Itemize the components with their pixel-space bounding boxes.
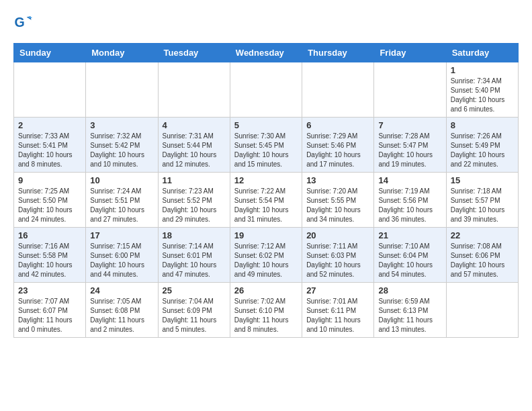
day-number: 26 [234, 285, 298, 295]
calendar-cell: 21Sunrise: 7:10 AM Sunset: 6:04 PM Dayli… [374, 228, 446, 283]
day-number: 4 [163, 120, 226, 130]
day-info: Sunrise: 7:11 AM Sunset: 6:03 PM Dayligh… [306, 242, 369, 279]
calendar-cell [230, 62, 302, 118]
calendar-cell: 16Sunrise: 7:16 AM Sunset: 5:58 PM Dayli… [14, 228, 86, 283]
day-info: Sunrise: 7:01 AM Sunset: 6:11 PM Dayligh… [306, 297, 369, 334]
day-number: 28 [378, 285, 441, 295]
calendar-cell: 19Sunrise: 7:12 AM Sunset: 6:02 PM Dayli… [230, 228, 302, 283]
day-info: Sunrise: 7:32 AM Sunset: 5:42 PM Dayligh… [90, 132, 153, 169]
calendar-cell: 18Sunrise: 7:14 AM Sunset: 6:01 PM Dayli… [158, 228, 230, 283]
calendar-week-5: 23Sunrise: 7:07 AM Sunset: 6:07 PM Dayli… [14, 283, 519, 338]
day-number: 16 [18, 230, 81, 240]
day-info: Sunrise: 7:14 AM Sunset: 6:01 PM Dayligh… [163, 242, 226, 279]
day-number: 15 [451, 175, 514, 185]
calendar-cell: 2Sunrise: 7:33 AM Sunset: 5:41 PM Daylig… [14, 118, 86, 173]
day-number: 9 [18, 175, 81, 185]
day-number: 20 [306, 230, 369, 240]
calendar-cell: 5Sunrise: 7:30 AM Sunset: 5:45 PM Daylig… [230, 118, 302, 173]
day-number: 12 [234, 175, 298, 185]
calendar-cell: 14Sunrise: 7:19 AM Sunset: 5:56 PM Dayli… [374, 173, 446, 228]
day-info: Sunrise: 7:08 AM Sunset: 6:06 PM Dayligh… [451, 242, 514, 279]
day-info: Sunrise: 7:31 AM Sunset: 5:44 PM Dayligh… [163, 132, 226, 169]
day-info: Sunrise: 7:33 AM Sunset: 5:41 PM Dayligh… [18, 132, 81, 169]
weekday-header-wednesday: Wednesday [230, 44, 302, 62]
day-number: 1 [451, 65, 514, 75]
day-number: 6 [306, 120, 369, 130]
calendar-cell: 28Sunrise: 6:59 AM Sunset: 6:13 PM Dayli… [374, 283, 446, 338]
day-number: 8 [451, 120, 514, 130]
day-info: Sunrise: 7:16 AM Sunset: 5:58 PM Dayligh… [18, 242, 81, 279]
day-number: 21 [378, 230, 441, 240]
calendar-cell [158, 62, 230, 118]
day-number: 2 [18, 120, 81, 130]
calendar-cell: 3Sunrise: 7:32 AM Sunset: 5:42 PM Daylig… [86, 118, 158, 173]
calendar-header-row: SundayMondayTuesdayWednesdayThursdayFrid… [14, 44, 519, 62]
day-info: Sunrise: 7:24 AM Sunset: 5:51 PM Dayligh… [90, 187, 153, 224]
day-number: 27 [306, 285, 369, 295]
day-info: Sunrise: 7:15 AM Sunset: 6:00 PM Dayligh… [90, 242, 153, 279]
calendar-cell: 7Sunrise: 7:28 AM Sunset: 5:47 PM Daylig… [374, 118, 446, 173]
calendar-cell: 9Sunrise: 7:25 AM Sunset: 5:50 PM Daylig… [14, 173, 86, 228]
calendar-cell: 26Sunrise: 7:02 AM Sunset: 6:10 PM Dayli… [230, 283, 302, 338]
calendar-cell: 22Sunrise: 7:08 AM Sunset: 6:06 PM Dayli… [446, 228, 518, 283]
calendar-cell: 13Sunrise: 7:20 AM Sunset: 5:55 PM Dayli… [302, 173, 374, 228]
weekday-header-thursday: Thursday [302, 44, 374, 62]
calendar-week-2: 2Sunrise: 7:33 AM Sunset: 5:41 PM Daylig… [14, 118, 519, 173]
day-info: Sunrise: 7:34 AM Sunset: 5:40 PM Dayligh… [451, 77, 514, 114]
calendar-cell: 27Sunrise: 7:01 AM Sunset: 6:11 PM Dayli… [302, 283, 374, 338]
day-info: Sunrise: 7:22 AM Sunset: 5:54 PM Dayligh… [234, 187, 298, 224]
calendar-week-3: 9Sunrise: 7:25 AM Sunset: 5:50 PM Daylig… [14, 173, 519, 228]
calendar-cell [14, 62, 86, 118]
day-info: Sunrise: 7:30 AM Sunset: 5:45 PM Dayligh… [234, 132, 298, 169]
calendar-table: SundayMondayTuesdayWednesdayThursdayFrid… [13, 43, 519, 338]
logo: G [13, 13, 35, 32]
weekday-header-sunday: Sunday [14, 44, 86, 62]
day-number: 5 [234, 120, 298, 130]
calendar-cell: 23Sunrise: 7:07 AM Sunset: 6:07 PM Dayli… [14, 283, 86, 338]
calendar-cell: 6Sunrise: 7:29 AM Sunset: 5:46 PM Daylig… [302, 118, 374, 173]
day-info: Sunrise: 7:04 AM Sunset: 6:09 PM Dayligh… [163, 297, 226, 334]
day-info: Sunrise: 7:28 AM Sunset: 5:47 PM Dayligh… [378, 132, 441, 169]
day-number: 7 [378, 120, 441, 130]
calendar-body: 1Sunrise: 7:34 AM Sunset: 5:40 PM Daylig… [14, 62, 519, 338]
day-info: Sunrise: 7:02 AM Sunset: 6:10 PM Dayligh… [234, 297, 298, 334]
day-number: 3 [90, 120, 153, 130]
day-number: 11 [163, 175, 226, 185]
calendar-cell: 12Sunrise: 7:22 AM Sunset: 5:54 PM Dayli… [230, 173, 302, 228]
weekday-header-friday: Friday [374, 44, 446, 62]
weekday-header-tuesday: Tuesday [158, 44, 230, 62]
day-number: 22 [451, 230, 514, 240]
day-number: 13 [306, 175, 369, 185]
calendar-cell: 8Sunrise: 7:26 AM Sunset: 5:49 PM Daylig… [446, 118, 518, 173]
day-info: Sunrise: 7:12 AM Sunset: 6:02 PM Dayligh… [234, 242, 298, 279]
calendar-cell: 15Sunrise: 7:18 AM Sunset: 5:57 PM Dayli… [446, 173, 518, 228]
calendar-cell: 25Sunrise: 7:04 AM Sunset: 6:09 PM Dayli… [158, 283, 230, 338]
day-number: 19 [234, 230, 298, 240]
day-number: 24 [90, 285, 153, 295]
calendar-cell: 1Sunrise: 7:34 AM Sunset: 5:40 PM Daylig… [446, 62, 518, 118]
weekday-header-monday: Monday [86, 44, 158, 62]
day-number: 25 [163, 285, 226, 295]
calendar-cell [302, 62, 374, 118]
page: G SundayMondayTuesdayWednesdayThursdayFr… [0, 0, 532, 351]
calendar-cell [374, 62, 446, 118]
day-info: Sunrise: 7:29 AM Sunset: 5:46 PM Dayligh… [306, 132, 369, 169]
day-info: Sunrise: 7:25 AM Sunset: 5:50 PM Dayligh… [18, 187, 81, 224]
weekday-header-saturday: Saturday [446, 44, 518, 62]
calendar-cell: 24Sunrise: 7:05 AM Sunset: 6:08 PM Dayli… [86, 283, 158, 338]
calendar-cell: 17Sunrise: 7:15 AM Sunset: 6:00 PM Dayli… [86, 228, 158, 283]
logo-icon: G [13, 13, 32, 32]
day-number: 10 [90, 175, 153, 185]
day-info: Sunrise: 7:05 AM Sunset: 6:08 PM Dayligh… [90, 297, 153, 334]
day-number: 23 [18, 285, 81, 295]
day-info: Sunrise: 7:07 AM Sunset: 6:07 PM Dayligh… [18, 297, 81, 334]
calendar-cell [86, 62, 158, 118]
svg-text:G: G [14, 15, 24, 30]
calendar-week-1: 1Sunrise: 7:34 AM Sunset: 5:40 PM Daylig… [14, 62, 519, 118]
day-number: 18 [163, 230, 226, 240]
calendar-cell: 11Sunrise: 7:23 AM Sunset: 5:52 PM Dayli… [158, 173, 230, 228]
day-number: 17 [90, 230, 153, 240]
day-info: Sunrise: 7:20 AM Sunset: 5:55 PM Dayligh… [306, 187, 369, 224]
calendar-cell: 20Sunrise: 7:11 AM Sunset: 6:03 PM Dayli… [302, 228, 374, 283]
calendar-cell: 10Sunrise: 7:24 AM Sunset: 5:51 PM Dayli… [86, 173, 158, 228]
